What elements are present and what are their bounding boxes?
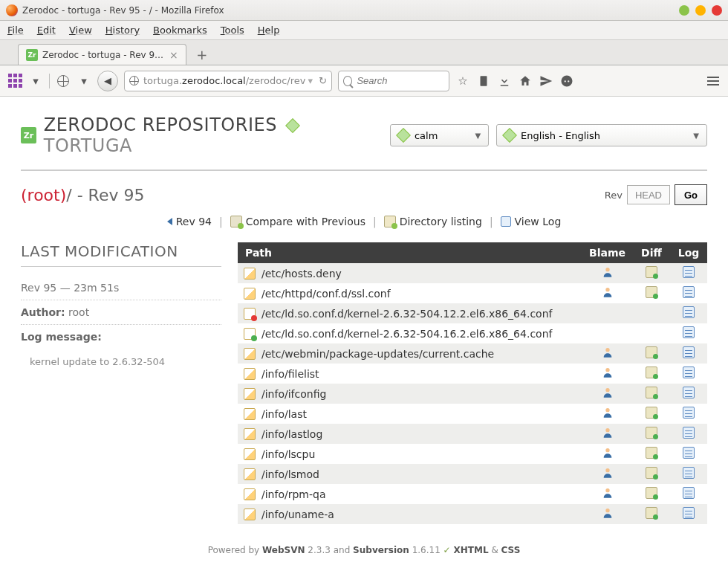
blame-link[interactable] bbox=[602, 389, 614, 401]
log-link[interactable] bbox=[683, 489, 695, 501]
file-modified-icon bbox=[244, 428, 256, 440]
menu-file[interactable]: File bbox=[7, 25, 24, 36]
diff-link[interactable] bbox=[646, 429, 657, 441]
site-identity-icon[interactable] bbox=[129, 76, 139, 85]
repo-name[interactable]: TORTUGA bbox=[44, 135, 132, 156]
log-link[interactable] bbox=[683, 509, 695, 521]
dropdown-arrow-icon[interactable]: ▾ bbox=[28, 74, 43, 88]
blame-link[interactable] bbox=[602, 288, 614, 300]
reload-button[interactable]: ↻ bbox=[319, 75, 327, 86]
diff-link[interactable] bbox=[646, 349, 657, 361]
downloads-icon[interactable] bbox=[497, 74, 512, 88]
blame-link[interactable] bbox=[602, 449, 614, 461]
diff-link[interactable] bbox=[646, 268, 657, 280]
file-path-link[interactable]: /info/uname-a bbox=[261, 508, 334, 520]
blame-link[interactable] bbox=[602, 349, 614, 361]
log-link[interactable] bbox=[683, 449, 695, 461]
browser-tab[interactable]: Zr Zerodoc - tortuga - Rev 9… × bbox=[18, 44, 186, 65]
diff-link[interactable] bbox=[646, 409, 657, 421]
log-link[interactable] bbox=[683, 288, 695, 300]
blame-link[interactable] bbox=[602, 268, 614, 280]
blame-link[interactable] bbox=[602, 429, 614, 441]
apps-grid-icon[interactable] bbox=[7, 74, 22, 88]
menu-edit[interactable]: Edit bbox=[37, 25, 56, 36]
file-path-link[interactable]: /info/lsmod bbox=[261, 468, 319, 480]
maximize-button[interactable] bbox=[695, 5, 706, 16]
rev-input[interactable] bbox=[627, 185, 670, 204]
menu-view[interactable]: View bbox=[69, 25, 92, 36]
close-window-button[interactable] bbox=[712, 5, 722, 16]
file-path-link[interactable]: /etc/webmin/package-updates/current.cach… bbox=[261, 348, 494, 360]
file-path-link[interactable]: /etc/ld.so.conf.d/kernel-2.6.32-504.16.2… bbox=[261, 328, 552, 340]
menu-help[interactable]: Help bbox=[258, 25, 280, 36]
globe-icon[interactable] bbox=[56, 74, 71, 88]
view-log-link[interactable]: View Log bbox=[501, 216, 562, 227]
bookmark-star-icon[interactable]: ☆ bbox=[455, 74, 470, 88]
blame-link[interactable] bbox=[602, 489, 614, 501]
table-row: /info/filelist bbox=[238, 364, 707, 384]
css-link[interactable]: CSS bbox=[501, 545, 521, 555]
blame-link[interactable] bbox=[602, 369, 614, 381]
prev-rev-link[interactable]: Rev 94 bbox=[167, 216, 212, 227]
log-link[interactable] bbox=[683, 349, 695, 361]
log-link[interactable] bbox=[683, 369, 695, 381]
file-path-link[interactable]: /info/lastlog bbox=[261, 428, 322, 440]
new-tab-button[interactable]: + bbox=[194, 46, 210, 62]
blame-link[interactable] bbox=[602, 469, 614, 481]
log-link[interactable] bbox=[683, 389, 695, 401]
history-dropdown-icon[interactable]: ▾ bbox=[308, 75, 313, 86]
theme-dropdown[interactable]: calm ▼ bbox=[390, 124, 489, 146]
hamburger-menu-button[interactable] bbox=[706, 74, 721, 88]
subversion-link[interactable]: Subversion bbox=[353, 545, 409, 555]
xhtml-link[interactable]: XHTML bbox=[453, 545, 488, 555]
diff-link[interactable] bbox=[646, 469, 657, 481]
search-bar[interactable] bbox=[338, 71, 449, 91]
log-link[interactable] bbox=[683, 309, 695, 320]
diff-icon bbox=[646, 387, 657, 398]
compare-link[interactable]: Compare with Previous bbox=[230, 216, 365, 227]
blame-link[interactable] bbox=[602, 509, 614, 521]
svg-point-0 bbox=[605, 268, 609, 271]
diff-link[interactable] bbox=[646, 288, 657, 300]
back-button[interactable]: ◀ bbox=[97, 71, 118, 91]
file-path-link[interactable]: /info/last bbox=[261, 408, 307, 420]
close-tab-button[interactable]: × bbox=[169, 49, 178, 61]
diff-link[interactable] bbox=[646, 389, 657, 401]
file-path-link[interactable]: /info/rpm-qa bbox=[261, 488, 326, 500]
go-button[interactable]: Go bbox=[675, 184, 707, 205]
clipboard-icon[interactable] bbox=[476, 74, 491, 88]
chat-icon[interactable] bbox=[559, 74, 574, 88]
menu-tools[interactable]: Tools bbox=[221, 25, 244, 36]
home-icon[interactable] bbox=[518, 74, 533, 88]
diff-link[interactable] bbox=[646, 489, 657, 501]
log-link[interactable] bbox=[683, 329, 695, 340]
log-link[interactable] bbox=[683, 469, 695, 481]
log-link[interactable] bbox=[683, 268, 695, 280]
file-path-link[interactable]: /etc/hosts.deny bbox=[261, 268, 342, 280]
file-path-link[interactable]: /info/lscpu bbox=[261, 448, 315, 460]
log-link[interactable] bbox=[683, 409, 695, 421]
diff-link[interactable] bbox=[646, 449, 657, 461]
file-path-link[interactable]: /etc/httpd/conf.d/ssl.conf bbox=[261, 288, 391, 300]
language-dropdown[interactable]: English - English ▼ bbox=[496, 124, 707, 146]
address-bar[interactable]: tortuga.zerodoc.local/zerodoc/revision.p… bbox=[124, 71, 332, 91]
file-modified-icon bbox=[244, 388, 256, 400]
websvn-link[interactable]: WebSVN bbox=[262, 545, 305, 555]
file-path-link[interactable]: /etc/ld.so.conf.d/kernel-2.6.32-504.12.2… bbox=[261, 308, 552, 320]
diff-link[interactable] bbox=[646, 369, 657, 381]
svg-point-1 bbox=[605, 288, 609, 291]
menu-bookmarks[interactable]: Bookmarks bbox=[153, 25, 207, 36]
log-link[interactable] bbox=[683, 429, 695, 441]
search-input[interactable] bbox=[357, 75, 444, 86]
blame-link[interactable] bbox=[602, 409, 614, 421]
dir-listing-link[interactable]: Directory listing bbox=[384, 216, 482, 227]
file-path-link[interactable]: /info/ifconfig bbox=[261, 388, 326, 400]
file-path-link[interactable]: /info/filelist bbox=[261, 368, 319, 380]
svg-point-2 bbox=[605, 348, 609, 352]
root-link[interactable]: (root) bbox=[21, 186, 66, 204]
minimize-button[interactable] bbox=[679, 5, 689, 16]
diff-link[interactable] bbox=[646, 509, 657, 521]
dropdown-arrow-icon[interactable]: ▾ bbox=[77, 74, 91, 88]
send-icon[interactable] bbox=[539, 74, 553, 88]
menu-history[interactable]: History bbox=[105, 25, 140, 36]
